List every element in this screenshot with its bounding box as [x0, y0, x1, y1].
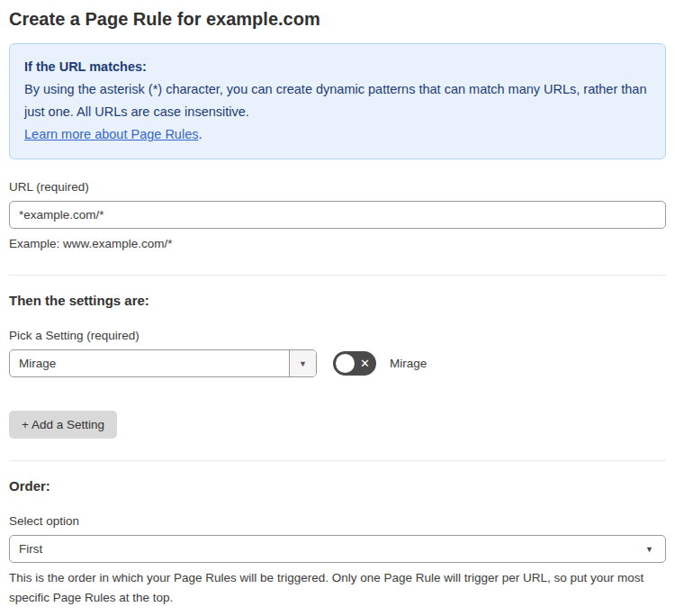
info-box-link-line: Learn more about Page Rules.	[24, 123, 651, 146]
dropdown-arrow-icon: ▼	[645, 545, 653, 554]
url-match-info-box: If the URL matches: By using the asteris…	[9, 43, 666, 159]
url-input[interactable]	[9, 201, 666, 229]
dropdown-arrow-icon: ▼	[299, 359, 307, 368]
url-field-label: URL (required)	[9, 180, 666, 194]
mirage-toggle[interactable]: ✕	[333, 351, 376, 376]
page-title: Create a Page Rule for example.com	[9, 7, 666, 31]
toggle-knob	[336, 354, 355, 373]
order-select-label: Select option	[9, 514, 666, 528]
divider	[9, 460, 666, 461]
info-box-body: By using the asterisk (*) character, you…	[24, 78, 651, 123]
page-rule-form: Create a Page Rule for example.com If th…	[0, 0, 675, 616]
url-example-helper: Example: www.example.com/*	[9, 235, 666, 253]
order-select[interactable]: First ▼	[9, 535, 666, 563]
toggle-label: Mirage	[390, 357, 427, 370]
setting-picker-label: Pick a Setting (required)	[9, 329, 666, 342]
info-box-heading: If the URL matches:	[24, 56, 651, 78]
learn-more-link[interactable]: Learn more about Page Rules	[24, 127, 198, 141]
order-select-value: First	[19, 542, 42, 556]
setting-row: Mirage ▼ ✕ Mirage	[9, 349, 666, 377]
setting-select-arrow-button[interactable]: ▼	[289, 350, 316, 376]
link-suffix: .	[198, 127, 202, 141]
order-helper-text: This is the order in which your Page Rul…	[9, 568, 666, 608]
toggle-off-x-icon: ✕	[360, 351, 370, 376]
setting-select[interactable]: Mirage ▼	[9, 349, 317, 377]
setting-select-value: Mirage	[10, 350, 289, 376]
add-setting-button[interactable]: + Add a Setting	[9, 411, 117, 439]
divider	[9, 275, 666, 276]
settings-section-heading: Then the settings are:	[9, 293, 666, 308]
order-section-heading: Order:	[9, 478, 666, 494]
